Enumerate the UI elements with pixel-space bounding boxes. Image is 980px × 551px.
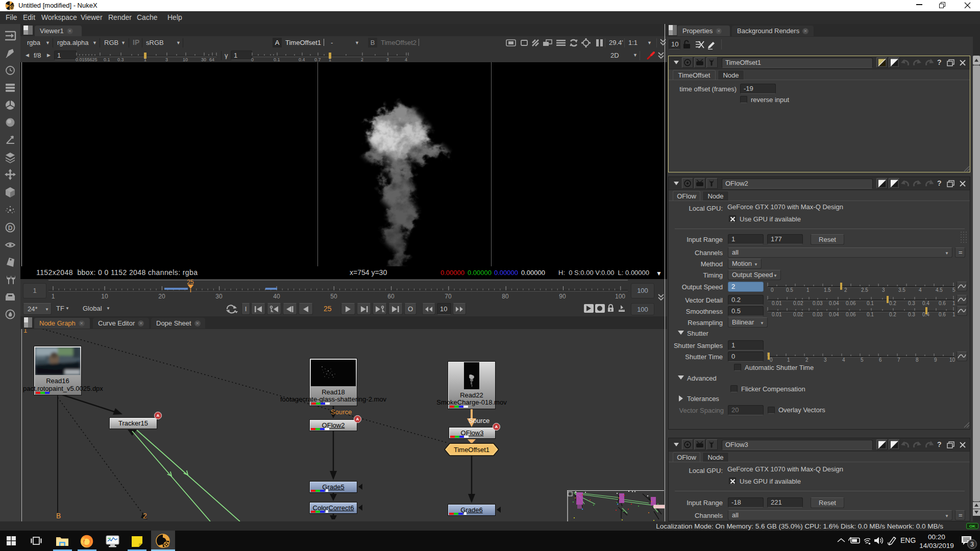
svg-text:0.6: 0.6 [939,312,946,317]
svg-text:70: 70 [445,293,452,300]
svg-text:0.01: 0.01 [772,312,782,317]
svg-text:30: 30 [201,57,206,62]
svg-text:0.7: 0.7 [314,57,321,62]
svg-text:8: 8 [916,357,919,363]
svg-text:6: 6 [879,357,882,363]
svg-text:0.4: 0.4 [922,312,929,317]
svg-text:0.06: 0.06 [846,312,856,317]
svg-text:60: 60 [387,293,395,300]
svg-text:0.3: 0.3 [908,312,915,317]
svg-text:100: 100 [615,293,625,300]
svg-text:0.03: 0.03 [813,312,823,317]
svg-text:1: 1 [52,293,55,300]
svg-text:2.5: 2.5 [861,287,868,293]
svg-text:1: 1 [806,287,810,293]
svg-text:1.5: 1.5 [824,287,831,293]
svg-text:3: 3 [165,57,168,62]
svg-text:4: 4 [842,357,845,363]
svg-text:0.0155625: 0.0155625 [76,57,97,62]
svg-text:5: 5 [952,287,955,293]
svg-text:10: 10 [183,57,188,62]
svg-text:3: 3 [824,357,827,363]
svg-text:0.3: 0.3 [117,57,124,62]
svg-text:0: 0 [770,357,773,363]
svg-text:0.5: 0.5 [786,287,793,293]
svg-text:0.1: 0.1 [104,57,110,62]
svg-text:2: 2 [361,57,363,62]
svg-text:30: 30 [215,293,223,300]
svg-text:80: 80 [502,293,509,300]
svg-text:D: D [8,224,13,232]
svg-text:90: 90 [559,293,566,300]
svg-text:0.2: 0.2 [889,312,896,317]
svg-text:5: 5 [861,357,864,363]
svg-text:4: 4 [919,287,922,293]
svg-text:1: 1 [787,357,790,363]
svg-text:2: 2 [844,287,847,293]
svg-text:0: 0 [251,57,254,62]
svg-text:2: 2 [805,357,808,363]
svg-text:9: 9 [934,357,937,363]
svg-text:0.1: 0.1 [867,312,874,317]
svg-text:3: 3 [386,57,389,62]
svg-text:0.02: 0.02 [793,312,803,317]
svg-text:4.5: 4.5 [936,287,943,293]
svg-text:0.04: 0.04 [829,312,839,317]
svg-text:0: 0 [771,287,774,293]
svg-text:20: 20 [158,293,165,300]
svg-text:10: 10 [101,293,108,300]
svg-text:0.4: 0.4 [299,57,305,62]
svg-text:40: 40 [273,293,280,300]
svg-text:7: 7 [897,357,900,363]
svg-text:50: 50 [330,293,337,300]
svg-text:64: 64 [209,57,214,62]
svg-text:1: 1 [329,57,331,62]
svg-text:4: 4 [405,57,407,62]
svg-text:1: 1 [952,312,955,317]
svg-text:TimeOffset1: TimeOffset1 [454,446,489,454]
svg-text:10: 10 [949,357,955,363]
svg-text:3.5: 3.5 [898,287,905,293]
svg-text:3: 3 [882,287,885,293]
svg-text:1: 1 [144,57,146,62]
svg-text:0.1: 0.1 [274,57,280,62]
